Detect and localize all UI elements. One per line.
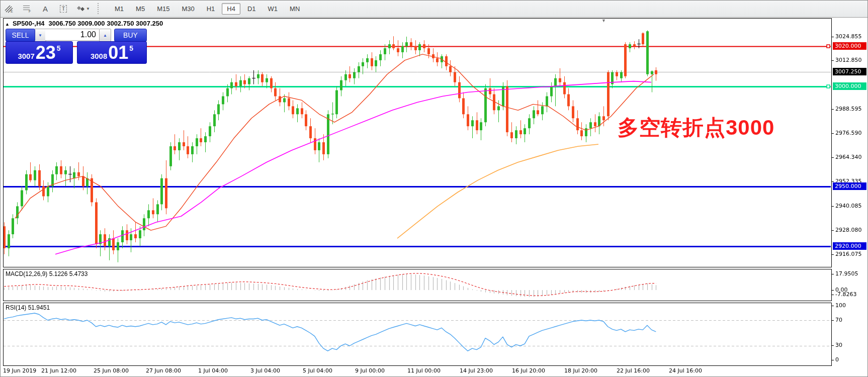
price-badge: 2950.000: [833, 182, 866, 190]
price-tick-label: 3024.855: [835, 33, 862, 40]
text-label-icon[interactable]: A: [37, 2, 53, 15]
trading-platform-window: E F A T ▼ M1M5M15M30H1H4D1W1MN ▲SP500-,H…: [0, 0, 868, 377]
timeframe-button-w1[interactable]: W1: [263, 3, 283, 15]
objects-icon[interactable]: ▼: [73, 2, 94, 15]
time-axis-label: 24 Jul 16:00: [669, 367, 702, 374]
symbol-period-label: SP500-,H4: [13, 20, 45, 27]
time-axis-label: 27 Jun 08:00: [146, 367, 181, 374]
buy-price-big: 01: [108, 43, 128, 62]
timeframe-button-m30[interactable]: M30: [177, 3, 199, 15]
svg-text:E: E: [11, 10, 13, 13]
sell-price-big: 23: [36, 43, 56, 62]
rsi-axis-label: 100: [835, 302, 846, 309]
price-badge: 3020.000: [833, 42, 866, 50]
main-toolbar: E F A T ▼ M1M5M15M30H1H4D1W1MN: [0, 0, 868, 18]
time-axis-label: 11 Jul 00:00: [407, 367, 441, 374]
time-axis-label: 9 Jul 00:00: [355, 367, 385, 374]
sell-button[interactable]: SELL: [6, 29, 35, 42]
price-tick-label: 2988.595: [835, 106, 862, 112]
time-axis-label: 1 Jul 04:00: [198, 367, 228, 374]
timeframe-button-m5[interactable]: M5: [131, 3, 150, 15]
timeframe-button-h1[interactable]: H1: [202, 3, 220, 15]
price-badge: 2920.000: [833, 242, 866, 250]
price-tick-label: 2928.080: [835, 227, 862, 233]
price-tick-label: 2964.340: [835, 154, 862, 160]
sell-price-stem: 3007: [18, 52, 34, 60]
text-box-icon[interactable]: T: [55, 2, 71, 15]
time-axis-label: 19 Jun 2019: [3, 367, 36, 374]
time-axis-label: 14 Jul 23:00: [460, 367, 493, 374]
sell-price-box[interactable]: 3007 23 5: [6, 41, 73, 64]
sell-price-sup: 5: [57, 44, 61, 52]
buy-price-sup: 5: [129, 44, 133, 52]
macd-axis-label: -7.8263: [835, 291, 856, 298]
timeframe-button-m1[interactable]: M1: [110, 3, 129, 15]
rsi-axis-label: 0: [835, 356, 839, 363]
rsi-axis-label: 30: [835, 342, 842, 348]
collapse-arrow-icon[interactable]: ▲: [5, 22, 10, 27]
price-badge: 3000.000: [833, 82, 866, 90]
price-tick-label: 3012.850: [835, 57, 862, 63]
rsi-indicator-label: RSI(14) 51.9451: [6, 304, 50, 311]
time-axis-label: 16 Jul 20:00: [512, 367, 545, 374]
macd-axis-label: 17.9505: [835, 270, 858, 277]
price-tick-label: 2940.085: [835, 203, 862, 209]
volume-input[interactable]: [45, 29, 99, 41]
rsi-axis-label: 70: [835, 317, 842, 323]
time-axis-label: 18 Jul 20:00: [564, 367, 597, 374]
time-axis-label: 25 Jun 08:00: [94, 367, 129, 374]
time-axis-label: 3 Jul 04:00: [250, 367, 280, 374]
chevron-down-icon: ▼: [86, 7, 90, 11]
time-axis-label: 22 Jul 16:00: [617, 367, 650, 374]
buy-price-stem: 3008: [91, 52, 107, 60]
timeframe-button-m15[interactable]: M15: [152, 3, 175, 15]
chart-shift-marker-icon[interactable]: ▼: [601, 18, 606, 23]
time-axis-label: 21 Jun 12:00: [41, 367, 76, 374]
price-tick-label: 2916.075: [835, 251, 862, 257]
timeframe-buttons: M1M5M15M30H1H4D1W1MN: [109, 3, 306, 15]
indicators-icon[interactable]: E: [1, 2, 17, 15]
timeframe-button-mn[interactable]: MN: [285, 3, 305, 15]
svg-text:F: F: [29, 10, 31, 13]
timeframe-button-h4[interactable]: H4: [222, 3, 240, 15]
grid-template-icon[interactable]: F: [19, 2, 35, 15]
ohlc-readout: 3006.750 3009.000 3002.750 3007.250: [49, 20, 163, 27]
price-badge: 3007.250: [833, 68, 866, 75]
buy-button[interactable]: BUY: [114, 29, 147, 42]
buy-price-box[interactable]: 3008 01 5: [77, 41, 147, 64]
chart-title: ▲SP500-,H43006.750 3009.000 3002.750 300…: [5, 20, 163, 27]
timeframe-button-d1[interactable]: D1: [242, 3, 261, 15]
time-axis-label: 5 Jul 04:00: [303, 367, 332, 374]
chart-annotation-text: 多空转折点3000: [618, 114, 774, 142]
price-tick-label: 2976.590: [835, 130, 862, 136]
toolbar-separator: [98, 3, 102, 14]
macd-indicator-label: MACD(12,26,9) 5.1226 5.4733: [6, 270, 88, 277]
